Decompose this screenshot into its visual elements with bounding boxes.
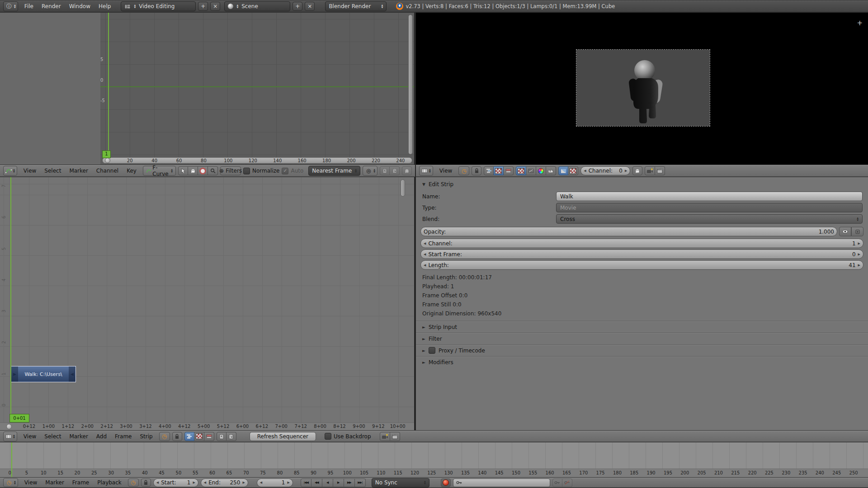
display-image-button[interactable] bbox=[516, 166, 526, 175]
graph-editor-area[interactable]: 50-5 20406080100120140160180200220240 1 bbox=[0, 13, 415, 164]
render-animation-button[interactable] bbox=[655, 166, 665, 175]
collapsed-panel-modifiers[interactable]: ►Modifiers bbox=[416, 356, 868, 368]
menu-item[interactable]: Help bbox=[94, 2, 115, 10]
menu-item[interactable]: Channel bbox=[92, 167, 123, 175]
menu-item[interactable]: Select bbox=[40, 432, 65, 441]
prev-keyframe-button[interactable]: ◀◀ bbox=[311, 479, 322, 487]
decrement-arrow[interactable]: ◀ bbox=[260, 481, 262, 484]
record-button[interactable] bbox=[441, 479, 451, 487]
lock-button[interactable] bbox=[472, 166, 481, 175]
render-engine-selector[interactable]: Blender Render ▲▼ bbox=[325, 1, 387, 11]
only-selected-button[interactable] bbox=[198, 166, 208, 175]
view-sequence-preview-button[interactable] bbox=[204, 432, 214, 441]
cursor-tool-button[interactable] bbox=[178, 166, 188, 175]
decrement-arrow[interactable]: ◀ bbox=[204, 481, 206, 484]
sync-mode-dropdown[interactable]: No Sync ▲▼ bbox=[372, 478, 429, 488]
increment-arrow[interactable]: ▶ bbox=[858, 242, 860, 245]
region-expand-icon[interactable]: + bbox=[857, 20, 863, 27]
current-frame-indicator-button[interactable]: ◷ bbox=[458, 166, 469, 175]
increment-arrow[interactable]: ▶ bbox=[625, 169, 627, 173]
play-button[interactable]: ▶ bbox=[333, 479, 344, 487]
graph-playhead[interactable] bbox=[108, 13, 109, 156]
render-opengl-button[interactable] bbox=[380, 432, 390, 441]
blend-dropdown[interactable]: Cross ▲▼ bbox=[556, 214, 863, 224]
graph-current-frame-label[interactable]: 1 bbox=[102, 150, 111, 158]
opacity-mute-button[interactable] bbox=[839, 227, 851, 236]
display-histogram-button[interactable] bbox=[546, 166, 556, 175]
menu-item[interactable]: View bbox=[435, 167, 456, 175]
sequencer-vertical-scrollbar[interactable] bbox=[401, 179, 405, 197]
decrement-arrow[interactable]: ◀ bbox=[424, 242, 426, 245]
zoom-tool-button[interactable] bbox=[208, 166, 218, 175]
opacity-animate-button[interactable] bbox=[851, 227, 863, 236]
graph-editor-grid[interactable] bbox=[100, 13, 414, 164]
graph-mode-dropdown[interactable]: F-Curve ▲▼ bbox=[143, 166, 176, 176]
menu-item[interactable]: View bbox=[19, 432, 40, 441]
menu-item[interactable]: Frame bbox=[68, 479, 93, 487]
strip-left-handle[interactable]: ▶ bbox=[11, 366, 18, 382]
menu-item[interactable]: Frame bbox=[111, 432, 136, 441]
preview-area[interactable]: + bbox=[415, 13, 868, 164]
scene-selector[interactable]: ▲▼ Scene bbox=[224, 1, 290, 11]
jump-to-end-button[interactable]: ▶▶| bbox=[355, 479, 366, 487]
start-frame-field[interactable]: ◀ Start Frame: 0 ▶ bbox=[420, 249, 863, 259]
timeline-area[interactable]: 0510152025303540455055606570758085909510… bbox=[0, 442, 868, 477]
insert-keyframe-button[interactable] bbox=[552, 479, 562, 487]
current-frame-field[interactable]: ◀ 1 ▶ bbox=[257, 479, 293, 487]
filters-button[interactable]: ⊕ Filters bbox=[220, 166, 241, 175]
use-backdrop-checkbox[interactable]: ✓ bbox=[325, 433, 331, 440]
close-scene-button[interactable]: × bbox=[305, 2, 315, 11]
sequencer-grid[interactable] bbox=[0, 177, 414, 430]
edit-strip-panel-header[interactable]: ▼ Edit Strip bbox=[422, 179, 863, 189]
sequencer-ruler[interactable]: 0+121+001+122+002+123+003+124+004+125+00… bbox=[19, 423, 407, 430]
timeline-playhead[interactable] bbox=[11, 442, 12, 477]
end-frame-field[interactable]: ◀ End: 250 ▶ bbox=[201, 479, 248, 487]
add-layout-button[interactable]: + bbox=[198, 2, 208, 11]
pivot-dropdown[interactable]: ◎ ▲▼ bbox=[363, 166, 377, 176]
sequencer-current-frame-label[interactable]: 0+01 bbox=[9, 414, 29, 422]
collapsed-panel-filter[interactable]: ►Filter bbox=[416, 333, 868, 344]
sequencer-editor-type-button[interactable]: ▲▼ bbox=[3, 432, 17, 441]
auto-normalize-checkbox[interactable]: ✓ bbox=[282, 168, 288, 174]
normalize-checkbox[interactable]: ✓ bbox=[243, 168, 250, 174]
menu-item[interactable]: Add bbox=[92, 432, 111, 441]
display-waveform-button[interactable] bbox=[526, 166, 536, 175]
increment-arrow[interactable]: ▶ bbox=[858, 263, 860, 267]
timeline-editor-type-button[interactable]: ◷ ▲▼ bbox=[3, 478, 18, 487]
menu-item[interactable]: Window bbox=[65, 2, 94, 10]
keying-set-field[interactable] bbox=[453, 479, 550, 487]
graph-vertical-scrollbar[interactable] bbox=[408, 14, 413, 155]
increment-arrow[interactable]: ▶ bbox=[193, 481, 195, 484]
increment-arrow[interactable]: ▶ bbox=[242, 481, 245, 484]
sequencer-scrollbar-knob[interactable] bbox=[6, 424, 12, 429]
menu-item[interactable]: View bbox=[20, 479, 41, 487]
editor-type-selector[interactable]: ⓘ ▲▼ bbox=[3, 1, 18, 11]
next-keyframe-button[interactable]: ▶▶ bbox=[344, 479, 355, 487]
graph-editor-type-button[interactable]: ▲▼ bbox=[3, 166, 17, 176]
copy-strips-button[interactable] bbox=[217, 432, 226, 441]
menu-item[interactable]: Marker bbox=[65, 167, 92, 175]
view-preview-button[interactable] bbox=[194, 432, 204, 441]
menu-item[interactable]: Marker bbox=[41, 479, 68, 487]
overdrop-button[interactable] bbox=[558, 166, 568, 175]
decrement-arrow[interactable]: ◀ bbox=[584, 169, 586, 173]
opacity-slider[interactable]: Opacity: 1.000 bbox=[420, 227, 837, 236]
decrement-arrow[interactable]: ◀ bbox=[156, 481, 159, 484]
ghost-frames-button[interactable] bbox=[632, 166, 642, 175]
current-frame-indicator-button[interactable]: ◷ bbox=[128, 479, 139, 487]
refresh-sequencer-button[interactable]: Refresh Sequencer bbox=[250, 432, 316, 441]
timeline-ruler[interactable]: 0510152025303540455055606570758085909510… bbox=[1, 469, 862, 477]
view-preview-button[interactable] bbox=[494, 166, 504, 175]
ghost-toggle-button[interactable] bbox=[402, 166, 412, 175]
length-field[interactable]: ◀ Length: 41 ▶ bbox=[420, 260, 863, 270]
graph-ruler[interactable]: 20406080100120140160180200220240 bbox=[118, 157, 413, 164]
channel-field[interactable]: ◀ Channel: 1 ▶ bbox=[420, 239, 863, 248]
menu-item[interactable]: Strip bbox=[136, 432, 156, 441]
add-scene-button[interactable]: + bbox=[292, 2, 302, 11]
paste-keyframes-button[interactable] bbox=[390, 166, 400, 175]
lock-button[interactable] bbox=[172, 432, 182, 441]
jump-to-start-button[interactable]: |◀◀ bbox=[301, 479, 311, 487]
safe-margin-button[interactable] bbox=[568, 166, 578, 175]
movie-strip[interactable]: ▶ Walk: C:\Users\ ◀ bbox=[11, 366, 76, 382]
menu-item[interactable]: File bbox=[20, 2, 38, 10]
